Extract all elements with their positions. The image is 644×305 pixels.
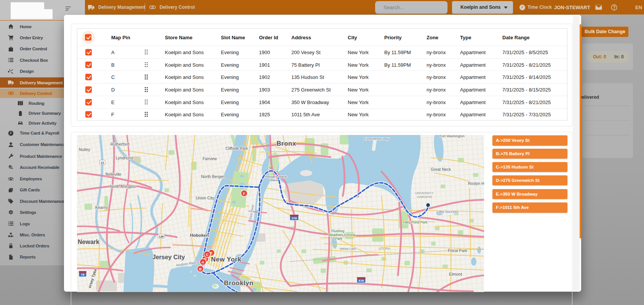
svg-text:Willow Lake: Willow Lake	[340, 247, 356, 250]
svg-text:Kearny: Kearny	[95, 205, 108, 210]
svg-text:Randall's-Wards: Randall's-Wards	[265, 175, 287, 178]
svg-text:Floral Park: Floral Park	[448, 248, 468, 253]
svg-text:Rutherford: Rutherford	[110, 142, 129, 146]
svg-text:678: 678	[359, 279, 364, 283]
svg-text:Union City: Union City	[196, 196, 214, 200]
svg-text:Hoboken: Hoboken	[190, 233, 209, 238]
svg-text:North Bergen: North Bergen	[201, 174, 225, 179]
svg-text:F: F	[243, 191, 245, 196]
svg-text:Elmont: Elmont	[449, 272, 462, 276]
svg-text:Bronx: Bronx	[276, 140, 296, 147]
svg-text:Park: Park	[335, 237, 342, 241]
svg-text:78: 78	[81, 273, 85, 276]
svg-text:Cliffside Park: Cliffside Park	[225, 146, 248, 151]
svg-text:UNIVERSITY: UNIVERSITY	[415, 191, 434, 195]
svg-text:Flushing: Flushing	[331, 229, 344, 233]
svg-text:Lyndhurst: Lyndhurst	[116, 156, 133, 160]
svg-text:Jersey City: Jersey City	[152, 254, 185, 260]
svg-text:Belleville: Belleville	[105, 172, 121, 177]
svg-text:UTOPIA: UTOPIA	[379, 247, 391, 250]
svg-text:North Arlington: North Arlington	[110, 184, 136, 189]
svg-text:139: 139	[159, 235, 164, 238]
svg-text:Eastchester Bay: Eastchester Bay	[364, 137, 389, 141]
svg-text:Nutley: Nutley	[79, 147, 91, 152]
svg-text:21: 21	[101, 161, 104, 164]
svg-text:Fort Washington: Fort Washington	[439, 135, 465, 138]
svg-text:C: C	[206, 252, 209, 257]
svg-text:B: B	[199, 267, 202, 271]
svg-text:Brooklyn: Brooklyn	[224, 279, 254, 287]
svg-text:GARDENS: GARDENS	[417, 195, 432, 199]
svg-text:Alley Pond Park: Alley Pond Park	[403, 220, 428, 224]
svg-text:A: A	[202, 260, 205, 264]
svg-text:Meadows-Corona: Meadows-Corona	[328, 233, 355, 237]
svg-text:Fairview: Fairview	[203, 157, 217, 161]
svg-text:278: 278	[292, 217, 297, 220]
svg-text:Roslyn Heig: Roslyn Heig	[468, 181, 484, 186]
svg-text:Lake Success: Lake Success	[437, 210, 459, 214]
svg-text:Island: Island	[270, 178, 278, 182]
svg-text:New York: New York	[211, 256, 241, 263]
svg-text:Great Neck: Great Neck	[431, 167, 451, 172]
svg-text:Newark: Newark	[78, 239, 99, 245]
